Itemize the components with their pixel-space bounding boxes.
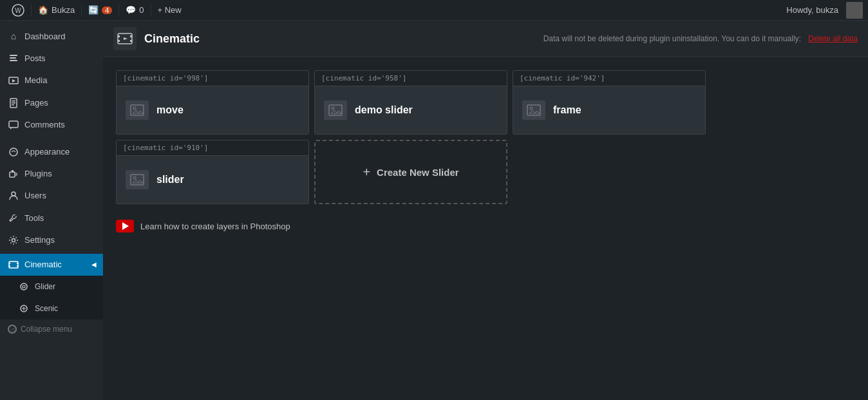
slider-card-910[interactable]: [cinematic id='910'] slider bbox=[116, 140, 309, 204]
svg-rect-9 bbox=[12, 102, 15, 104]
svg-rect-19 bbox=[9, 263, 10, 264]
slider-name: frame bbox=[553, 104, 581, 116]
svg-marker-31 bbox=[124, 37, 127, 40]
sidebar-item-plugins[interactable]: Plugins bbox=[0, 163, 103, 185]
svg-rect-3 bbox=[10, 57, 16, 59]
slider-shortcode: [cinematic id='998'] bbox=[117, 71, 308, 86]
comments-item[interactable]: 💬 0 bbox=[119, 0, 150, 21]
svg-point-39 bbox=[530, 107, 533, 110]
sidebar-label-tools: Tools bbox=[24, 213, 44, 224]
slider-shortcode: [cinematic id='910'] bbox=[117, 140, 308, 156]
comments-count: 0 bbox=[139, 5, 144, 15]
svg-rect-2 bbox=[10, 55, 17, 56]
tools-icon bbox=[8, 213, 19, 224]
plugin-title: Cinematic bbox=[144, 32, 200, 46]
sidebar-label-settings: Settings bbox=[24, 234, 55, 246]
sidebar-item-comments[interactable]: Comments bbox=[0, 114, 103, 136]
svg-rect-15 bbox=[12, 170, 14, 173]
svg-point-23 bbox=[21, 283, 27, 290]
svg-rect-30 bbox=[130, 40, 132, 42]
slider-name: demo slider bbox=[355, 104, 413, 116]
create-new-label: Create New Slider bbox=[377, 167, 459, 178]
delete-all-button[interactable]: Delete all data bbox=[808, 34, 858, 43]
slider-body: move bbox=[117, 86, 308, 134]
slider-shortcode: [cinematic id='958'] bbox=[315, 71, 507, 86]
sidebar-item-pages[interactable]: Pages bbox=[0, 92, 103, 114]
svg-rect-10 bbox=[12, 104, 14, 106]
slider-thumbnail-icon bbox=[126, 170, 149, 189]
sidebar-item-tools[interactable]: Tools bbox=[0, 207, 103, 229]
sidebar-label-plugins: Plugins bbox=[24, 168, 52, 180]
site-name-item[interactable]: 🏠 Bukza bbox=[32, 0, 81, 21]
plugin-icon bbox=[113, 27, 137, 50]
updates-count: 4 bbox=[102, 6, 112, 14]
slider-card-998[interactable]: [cinematic id='998'] move bbox=[116, 70, 309, 135]
svg-marker-12 bbox=[10, 128, 12, 129]
sidebar-label-dashboard: Dashboard bbox=[24, 31, 66, 43]
sidebar-label-comments: Comments bbox=[24, 119, 65, 131]
layout: ⌂ Dashboard Posts Media Pages Comments bbox=[0, 21, 868, 400]
sidebar-item-posts[interactable]: Posts bbox=[0, 48, 103, 70]
sidebar-label-appearance: Appearance bbox=[24, 146, 70, 158]
new-item[interactable]: + New bbox=[151, 0, 188, 21]
site-name-label: Bukza bbox=[52, 5, 75, 15]
media-icon bbox=[8, 75, 19, 86]
sidebar: ⌂ Dashboard Posts Media Pages Comments bbox=[0, 21, 103, 400]
svg-point-42 bbox=[133, 176, 136, 179]
youtube-play-icon bbox=[122, 222, 129, 230]
svg-rect-22 bbox=[17, 265, 18, 267]
svg-rect-41 bbox=[131, 175, 144, 185]
svg-rect-8 bbox=[12, 100, 15, 102]
svg-rect-27 bbox=[118, 35, 120, 37]
sidebar-label-scenic: Scenic bbox=[35, 303, 58, 314]
howdy-text: Howdy, bukza bbox=[781, 5, 844, 15]
svg-rect-14 bbox=[10, 172, 15, 177]
updates-item[interactable]: 🔄 4 bbox=[82, 0, 118, 21]
sidebar-item-dashboard[interactable]: ⌂ Dashboard bbox=[0, 26, 103, 48]
sidebar-item-settings[interactable]: Settings bbox=[0, 229, 103, 251]
slider-grid: [cinematic id='998'] move [cinematic id=… bbox=[103, 57, 868, 217]
slider-body: slider bbox=[117, 156, 308, 204]
slider-card-958[interactable]: [cinematic id='958'] demo slider bbox=[314, 70, 507, 135]
sidebar-label-media: Media bbox=[24, 75, 47, 86]
sidebar-item-users[interactable]: Users bbox=[0, 185, 103, 207]
avatar[interactable] bbox=[846, 2, 863, 19]
wp-logo-item[interactable]: W bbox=[5, 0, 31, 21]
settings-icon bbox=[8, 234, 19, 246]
sidebar-item-media[interactable]: Media bbox=[0, 70, 103, 91]
svg-marker-6 bbox=[12, 79, 15, 82]
sidebar-item-glider[interactable]: Glider bbox=[0, 276, 103, 298]
adminbar-right: Howdy, bukza bbox=[781, 2, 863, 19]
comments-icon bbox=[8, 119, 19, 131]
collapse-menu-button[interactable]: ◁ Collapse menu bbox=[0, 319, 103, 339]
slider-card-942[interactable]: [cinematic id='942'] frame bbox=[513, 70, 706, 135]
slider-thumbnail-icon bbox=[324, 100, 347, 120]
admin-bar: W 🏠 Bukza 🔄 4 💬 0 + New Howdy, bukza bbox=[0, 0, 868, 21]
create-new-slider-card[interactable]: + Create New Slider bbox=[314, 140, 507, 204]
svg-rect-20 bbox=[17, 263, 18, 264]
sidebar-item-appearance[interactable]: Appearance bbox=[0, 141, 103, 163]
sidebar-submenu: Glider Scenic bbox=[0, 276, 103, 319]
plugin-header-notice: Data will not be deleted during plugin u… bbox=[543, 34, 858, 43]
learn-link[interactable]: Learn how to create layers in Photoshop bbox=[103, 217, 868, 245]
svg-rect-11 bbox=[9, 121, 18, 128]
plugins-icon bbox=[8, 168, 19, 180]
dashboard-icon: ⌂ bbox=[8, 31, 19, 43]
svg-marker-34 bbox=[133, 110, 143, 113]
svg-point-17 bbox=[12, 238, 15, 242]
posts-icon bbox=[8, 53, 19, 64]
pages-icon bbox=[8, 97, 19, 109]
svg-rect-4 bbox=[10, 60, 17, 61]
slider-name: slider bbox=[156, 174, 184, 186]
svg-rect-18 bbox=[9, 262, 18, 268]
svg-rect-21 bbox=[9, 265, 10, 267]
collapse-label: Collapse menu bbox=[21, 325, 72, 334]
svg-marker-37 bbox=[331, 110, 341, 113]
collapse-circle-icon: ◁ bbox=[8, 325, 17, 334]
sidebar-item-scenic[interactable]: Scenic bbox=[0, 298, 103, 319]
scenic-icon bbox=[18, 303, 30, 314]
appearance-icon bbox=[8, 146, 19, 158]
sidebar-item-cinematic[interactable]: Cinematic ◀ bbox=[0, 254, 103, 276]
plugin-header: Cinematic Data will not be deleted durin… bbox=[103, 21, 868, 57]
slider-body: frame bbox=[513, 86, 705, 134]
